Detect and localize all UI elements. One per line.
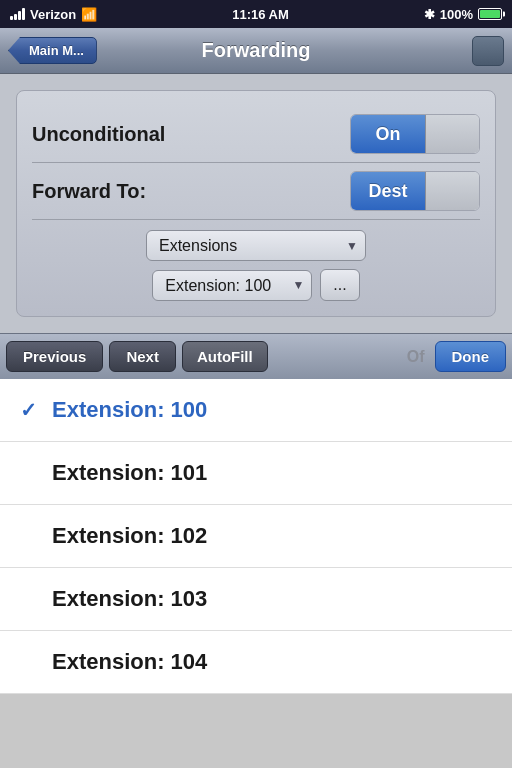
status-bar: Verizon 📶 11:16 AM ✱ 100% <box>0 0 512 28</box>
nav-right-button[interactable] <box>472 36 504 66</box>
settings-panel: Unconditional On Forward To: Dest Extens… <box>0 74 512 333</box>
autofill-button[interactable]: AutoFill <box>182 341 268 372</box>
battery-icon <box>478 8 502 20</box>
dest-toggle[interactable]: Dest <box>350 171 480 211</box>
extensions-dropdown[interactable]: Extensions <box>146 230 366 261</box>
picker-item-label: Extension: 103 <box>52 586 207 612</box>
signal-icon <box>10 8 25 20</box>
extension-value-row: Extension: 100 ▼ ... <box>32 269 480 301</box>
picker-item-label: Extension: 102 <box>52 523 207 549</box>
extensions-dropdown-wrapper: Extensions ▼ <box>146 230 366 261</box>
unconditional-toggle[interactable]: On <box>350 114 480 154</box>
toggle-on-label: On <box>351 115 425 153</box>
back-button[interactable]: Main M... <box>8 37 97 64</box>
unconditional-row: Unconditional On <box>32 106 480 163</box>
previous-button[interactable]: Previous <box>6 341 103 372</box>
dots-button[interactable]: ... <box>320 269 359 301</box>
forward-to-label: Forward To: <box>32 180 146 203</box>
status-right: ✱ 100% <box>424 7 502 22</box>
carrier-label: Verizon <box>30 7 76 22</box>
extension-value-dropdown[interactable]: Extension: 100 <box>152 270 312 301</box>
picker-item[interactable]: Extension: 101 <box>0 442 512 505</box>
off-label: Of <box>274 348 425 366</box>
status-left: Verizon 📶 <box>10 7 97 22</box>
picker-item[interactable]: Extension: 104 <box>0 631 512 694</box>
next-button[interactable]: Next <box>109 341 176 372</box>
picker-item[interactable]: Extension: 102 <box>0 505 512 568</box>
settings-content: Unconditional On Forward To: Dest Extens… <box>16 90 496 317</box>
dest-off-part <box>425 172 479 210</box>
checkmark-icon: ✓ <box>20 398 40 422</box>
nav-bar: Main M... Forwarding <box>0 28 512 74</box>
picker-item-label: Extension: 100 <box>52 397 207 423</box>
picker-item[interactable]: ✓Extension: 100 <box>0 379 512 442</box>
bluetooth-icon: ✱ <box>424 7 435 22</box>
toggle-off-part <box>425 115 479 153</box>
done-button[interactable]: Done <box>435 341 507 372</box>
picker-item[interactable]: Extension: 103 <box>0 568 512 631</box>
extensions-dropdown-row: Extensions ▼ <box>32 230 480 261</box>
time-label: 11:16 AM <box>232 7 289 22</box>
unconditional-label: Unconditional <box>32 123 165 146</box>
toolbar: Previous Next AutoFill Of Done <box>0 333 512 379</box>
page-title: Forwarding <box>202 39 311 62</box>
dest-on-label: Dest <box>351 172 425 210</box>
extension-value-wrapper: Extension: 100 ▼ <box>152 270 312 301</box>
picker-item-label: Extension: 104 <box>52 649 207 675</box>
wifi-icon: 📶 <box>81 7 97 22</box>
picker-item-label: Extension: 101 <box>52 460 207 486</box>
battery-label: 100% <box>440 7 473 22</box>
picker-list: ✓Extension: 100Extension: 101Extension: … <box>0 379 512 694</box>
forward-to-row: Forward To: Dest <box>32 163 480 220</box>
